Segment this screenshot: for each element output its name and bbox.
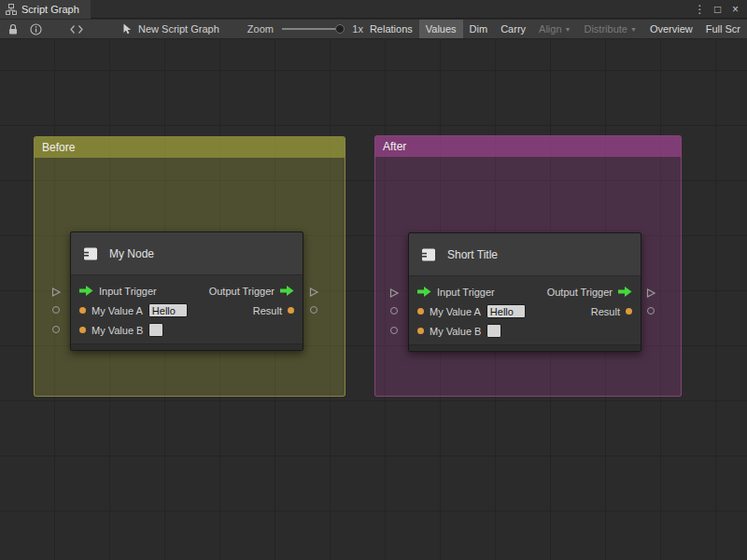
value-b-label: My Value B bbox=[430, 326, 481, 337]
unit-icon bbox=[81, 245, 100, 263]
value-b-row: My Value B bbox=[71, 320, 303, 340]
node-body: Input Trigger Output Trigger My Value A … bbox=[409, 276, 641, 344]
group-before-header[interactable]: Before bbox=[35, 137, 345, 158]
output-trigger-port-icon[interactable] bbox=[618, 287, 632, 297]
carry-button[interactable]: Carry bbox=[494, 20, 532, 39]
output-trigger-label: Output Trigger bbox=[547, 287, 613, 298]
group-after-header[interactable]: After bbox=[375, 136, 681, 157]
value-a-row: My Value A Result bbox=[71, 301, 303, 320]
values-button[interactable]: Values bbox=[419, 20, 463, 39]
relations-button[interactable]: Relations bbox=[363, 20, 419, 39]
external-value-b-port[interactable] bbox=[52, 326, 60, 333]
zoom-label: Zoom bbox=[247, 23, 274, 35]
overview-button[interactable]: Overview bbox=[643, 20, 699, 39]
zoom-slider[interactable] bbox=[282, 23, 344, 35]
external-value-b-port[interactable] bbox=[390, 327, 398, 334]
external-value-a-port[interactable] bbox=[390, 307, 398, 315]
result-label: Result bbox=[591, 306, 620, 317]
value-b-port-icon[interactable] bbox=[417, 328, 424, 334]
zoom-value: 1x bbox=[352, 23, 363, 35]
external-output-trigger-port[interactable] bbox=[645, 286, 656, 297]
trigger-row: Input Trigger Output Trigger bbox=[409, 282, 641, 301]
result-port-icon[interactable] bbox=[626, 308, 632, 315]
result-label: Result bbox=[253, 305, 282, 316]
external-result-port[interactable] bbox=[647, 307, 655, 315]
tab-script-graph[interactable]: Script Graph bbox=[0, 0, 91, 19]
external-value-a-port[interactable] bbox=[52, 306, 60, 314]
node-short-title[interactable]: Short Title Input Trigger Output Trigger bbox=[408, 232, 641, 352]
zoom-slider-handle[interactable] bbox=[335, 24, 345, 34]
trigger-row: Input Trigger Output Trigger bbox=[71, 281, 303, 301]
input-trigger-port-icon[interactable] bbox=[79, 286, 93, 296]
value-b-label: My Value B bbox=[92, 325, 143, 336]
output-trigger-port-icon[interactable] bbox=[280, 286, 294, 296]
titlebar: Script Graph ⋮ □ × bbox=[0, 0, 747, 19]
value-b-port-icon[interactable] bbox=[79, 327, 86, 333]
node-header[interactable]: Short Title bbox=[409, 233, 641, 276]
pointer-icon bbox=[122, 23, 133, 35]
input-trigger-port-icon[interactable] bbox=[417, 287, 431, 297]
node-my-node[interactable]: My Node Input Trigger Output Trigger bbox=[70, 231, 303, 351]
distribute-button: Distribute▼ bbox=[577, 20, 642, 39]
maximize-icon[interactable]: □ bbox=[711, 0, 725, 19]
tab-title: Script Graph bbox=[21, 4, 79, 15]
value-a-label: My Value A bbox=[430, 306, 481, 317]
value-a-input[interactable] bbox=[148, 303, 188, 317]
value-a-input[interactable] bbox=[486, 304, 526, 318]
external-output-trigger-port[interactable] bbox=[308, 285, 319, 296]
result-port-icon[interactable] bbox=[288, 307, 294, 314]
chevron-down-icon: ▼ bbox=[630, 26, 637, 33]
input-trigger-label: Input Trigger bbox=[437, 287, 495, 298]
value-b-input[interactable] bbox=[148, 323, 163, 337]
output-trigger-label: Output Trigger bbox=[209, 286, 275, 297]
value-a-port-icon[interactable] bbox=[79, 307, 86, 314]
fullscreen-button[interactable]: Full Scr bbox=[699, 20, 747, 39]
value-a-port-icon[interactable] bbox=[417, 308, 424, 315]
node-footer bbox=[409, 344, 641, 351]
value-a-label: My Value A bbox=[92, 305, 143, 316]
external-result-port[interactable] bbox=[310, 306, 317, 314]
value-b-input[interactable] bbox=[486, 324, 501, 338]
group-title: After bbox=[383, 140, 406, 153]
close-icon[interactable]: × bbox=[728, 0, 742, 19]
graph-name[interactable]: New Script Graph bbox=[138, 23, 219, 35]
graph-icon bbox=[6, 4, 17, 15]
code-icon[interactable] bbox=[70, 24, 83, 35]
align-button: Align▼ bbox=[532, 20, 577, 39]
lock-icon[interactable] bbox=[7, 23, 19, 35]
dim-button[interactable]: Dim bbox=[463, 20, 495, 39]
window-menu-icon[interactable]: ⋮ bbox=[693, 0, 707, 19]
value-b-row: My Value B bbox=[409, 321, 641, 341]
window-controls: ⋮ □ × bbox=[693, 0, 747, 19]
node-header[interactable]: My Node bbox=[71, 232, 303, 275]
unit-icon bbox=[419, 245, 438, 264]
chevron-down-icon: ▼ bbox=[565, 26, 571, 33]
input-trigger-label: Input Trigger bbox=[99, 286, 157, 297]
external-input-trigger-port[interactable] bbox=[388, 286, 400, 297]
external-input-trigger-port[interactable] bbox=[50, 285, 62, 296]
group-title: Before bbox=[42, 141, 75, 154]
toolbar: New Script Graph Zoom 1x Relations Value… bbox=[0, 20, 747, 39]
script-graph-window: Script Graph ⋮ □ × bbox=[0, 0, 747, 560]
value-a-row: My Value A Result bbox=[409, 301, 641, 321]
node-title: Short Title bbox=[447, 248, 498, 261]
graph-canvas[interactable]: Before After My Node bbox=[0, 40, 747, 560]
info-icon[interactable] bbox=[30, 23, 42, 35]
node-footer bbox=[71, 343, 303, 350]
node-body: Input Trigger Output Trigger My Value A … bbox=[71, 275, 303, 343]
node-title: My Node bbox=[109, 247, 154, 260]
